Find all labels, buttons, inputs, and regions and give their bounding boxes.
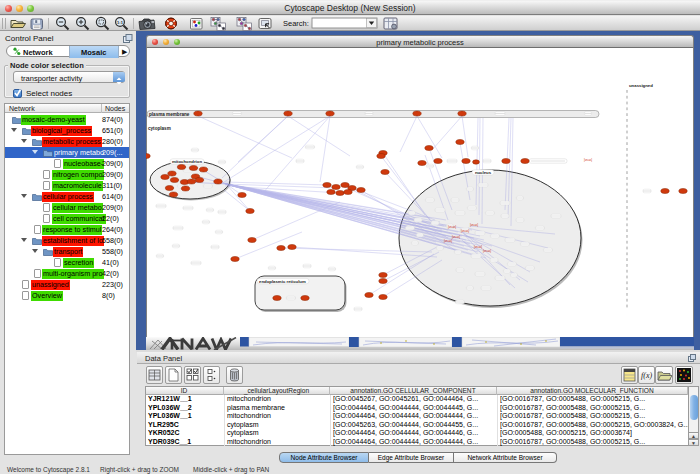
svg-text:cytoplasm: cytoplasm [148, 126, 171, 131]
svg-text:endoplasmic reticulum: endoplasmic reticulum [259, 279, 306, 284]
svg-text:f(x): f(x) [641, 371, 652, 380]
svg-text:unassigned: unassigned [629, 83, 653, 88]
svg-text:1:1: 1:1 [117, 20, 124, 25]
svg-text:[un-as]: [un-as] [474, 245, 482, 249]
svg-text:[un-as]: [un-as] [448, 225, 456, 229]
svg-text:[un-as]: [un-as] [461, 229, 469, 233]
svg-text:[un-as]: [un-as] [452, 235, 460, 239]
svg-text:[un-as]: [un-as] [470, 223, 478, 227]
svg-text:[un-as]: [un-as] [483, 249, 491, 253]
svg-text:plasma membrane: plasma membrane [149, 112, 190, 117]
svg-text:[un-as]: [un-as] [444, 239, 452, 243]
svg-text:nucleus: nucleus [475, 170, 492, 175]
svg-text:Search:: Search: [283, 19, 309, 28]
svg-text:mitochondrion: mitochondrion [172, 159, 202, 164]
svg-text:[un-as]: [un-as] [584, 158, 592, 162]
